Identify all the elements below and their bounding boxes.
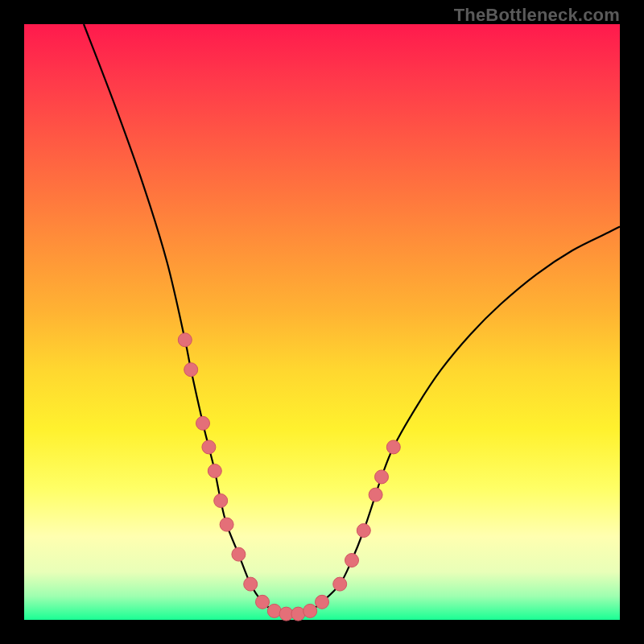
marker-point xyxy=(208,464,221,478)
marker-point xyxy=(214,494,228,508)
marker-point xyxy=(386,440,400,454)
marker-point xyxy=(244,577,258,591)
marker-point xyxy=(345,554,359,568)
bottleneck-curve xyxy=(84,24,620,614)
marker-point xyxy=(267,604,281,617)
marker-point xyxy=(357,524,370,538)
marker-point xyxy=(232,547,246,561)
marker-point xyxy=(291,607,305,621)
marker-point xyxy=(303,604,317,617)
marker-point xyxy=(375,470,389,484)
marker-point xyxy=(316,595,329,609)
marker-point xyxy=(178,333,192,347)
marker-point xyxy=(196,416,210,430)
chart-svg xyxy=(24,24,620,620)
marker-point xyxy=(202,440,216,454)
marker-point xyxy=(256,595,270,609)
marker-point xyxy=(184,363,198,377)
marker-point xyxy=(369,488,382,502)
highlight-markers xyxy=(178,333,400,621)
attribution-label: TheBottleneck.com xyxy=(454,5,620,26)
chart-area xyxy=(24,24,620,620)
marker-point xyxy=(333,577,347,591)
marker-point xyxy=(220,518,233,531)
